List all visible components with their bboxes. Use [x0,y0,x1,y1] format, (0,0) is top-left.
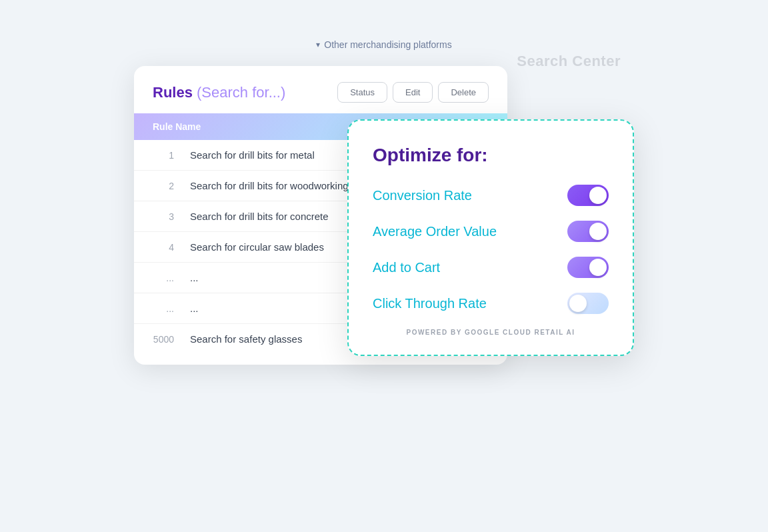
bg-hint: Search Center [517,53,621,70]
rules-header: Rules (Search for...) Status Edit Delete [134,66,507,113]
row-rule-name: ... [190,303,199,314]
row-number: 5000 [153,334,174,345]
row-rule-name: Search for drill bits for woodworking [190,180,349,191]
toggle-click-through-rate[interactable] [567,293,609,314]
rules-actions: Status Edit Delete [337,82,489,103]
optimize-item: Add to Cart [373,257,609,278]
delete-button[interactable]: Delete [438,82,489,103]
row-number: 4 [153,242,174,253]
optimize-item: Click Through Rate [373,293,609,314]
optimize-label: Average Order Value [373,224,497,239]
top-label-text: Other merchandising platforms [324,39,451,50]
powered-by: POWERED BY GOOGLE CLOUD RETAIL AI [373,329,609,336]
rules-title-subtitle: (Search for...) [193,84,285,101]
optimize-label: Add to Cart [373,260,440,275]
rules-title-main: Rules [153,84,193,101]
optimize-title: Optimize for: [373,145,609,166]
row-rule-name: ... [190,272,199,283]
row-rule-name: Search for drill bits for metal [190,149,315,161]
optimize-item: Average Order Value [373,221,609,242]
row-number: 3 [153,211,174,222]
toggle-average-order-value[interactable] [567,221,609,242]
optimize-rows: Conversion Rate Average Order Value Add … [373,185,609,314]
optimize-item: Conversion Rate [373,185,609,206]
status-button[interactable]: Status [337,82,387,103]
toggle-knob [589,223,607,240]
row-number: 2 [153,181,174,191]
toggle-add-to-cart[interactable] [567,257,609,278]
optimize-panel: Optimize for: Conversion Rate Average Or… [347,119,634,356]
row-number: ... [153,273,174,283]
top-label: ▾ Other merchandising platforms [134,39,634,50]
rules-title: Rules (Search for...) [153,84,285,101]
row-rule-name: Search for safety glasses [190,333,302,345]
chevron-icon: ▾ [316,40,320,49]
optimize-label: Conversion Rate [373,188,472,203]
row-number: ... [153,303,174,314]
toggle-conversion-rate[interactable] [567,185,609,206]
row-number: 1 [153,150,174,161]
row-rule-name: Search for circular saw blades [190,241,324,253]
row-rule-name: Search for drill bits for concrete [190,211,329,222]
toggle-knob [569,295,587,312]
column-rule-name: Rule Name [153,121,201,132]
optimize-label: Click Through Rate [373,296,487,311]
toggle-knob [589,259,607,276]
edit-button[interactable]: Edit [393,82,433,103]
toggle-knob [589,187,607,204]
